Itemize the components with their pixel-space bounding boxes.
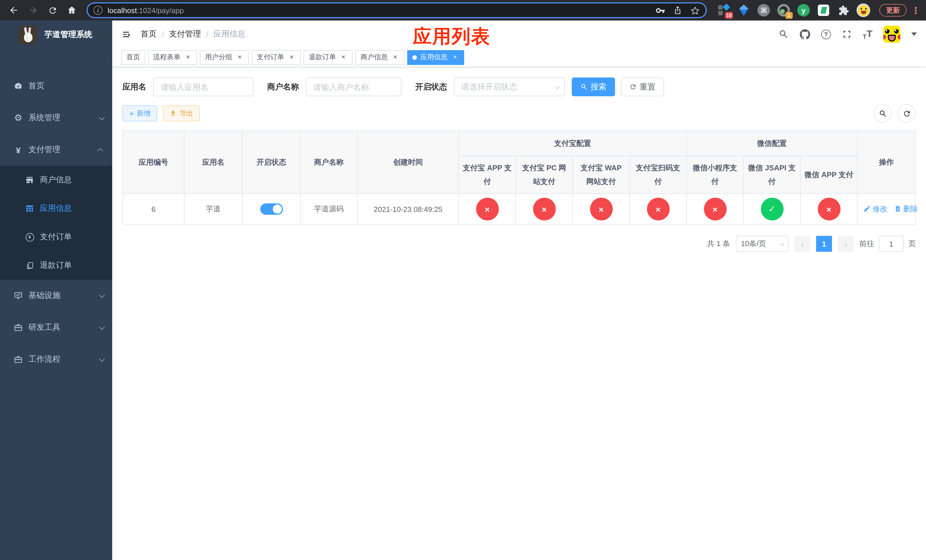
col-group-wechat: 微信配置 — [687, 131, 857, 156]
close-icon[interactable]: × — [184, 53, 192, 61]
app-logo[interactable]: 芋道管理系统 — [0, 21, 112, 49]
table-toolbar: + 新增 导出 — [123, 104, 916, 123]
sidebar-item-payment[interactable]: ¥ 支付管理 — [0, 134, 112, 166]
yen-circle-icon: ¥ — [25, 232, 34, 242]
col-merchant: 商户名称 — [300, 131, 357, 194]
app-name-label: 应用名 — [123, 82, 146, 92]
app-title: 芋道管理系统 — [44, 30, 92, 40]
tab-refund-orders[interactable]: 退款订单× — [304, 50, 353, 65]
status-select[interactable]: 请选择开启状态 — [454, 77, 565, 96]
trash-icon — [894, 205, 902, 213]
sidebar-item-system[interactable]: ⚙ 系统管理 — [0, 102, 112, 134]
cell-app-id: 6 — [123, 194, 184, 225]
breadcrumb-home[interactable]: 首页 — [141, 29, 157, 39]
close-icon[interactable]: × — [339, 53, 347, 61]
close-icon[interactable]: × — [236, 53, 244, 61]
userscript-extension-icon[interactable]: 10 — [717, 3, 731, 17]
bookmark-star-icon[interactable] — [690, 5, 700, 15]
avatar-caret-icon[interactable] — [911, 32, 917, 36]
user-avatar[interactable] — [883, 26, 900, 43]
add-button[interactable]: + 新增 — [123, 105, 157, 121]
sidebar-item-dev-tools[interactable]: 研发工具 — [0, 312, 112, 344]
total-count: 共 1 条 — [707, 239, 730, 249]
col-wechat-mini: 微信小程序支付 — [687, 156, 743, 194]
plus-icon: + — [129, 109, 134, 117]
monitor-icon — [14, 291, 23, 300]
col-wechat-app: 微信 APP 支付 — [800, 156, 857, 194]
sidebar-item-home[interactable]: 首页 — [0, 70, 112, 102]
tab-app-info[interactable]: 应用信息× — [407, 50, 464, 65]
col-app-name: 应用名 — [184, 131, 242, 194]
browser-menu-icon[interactable]: ⋮ — [911, 5, 920, 16]
logo-rabbit-image — [19, 26, 37, 44]
password-key-icon[interactable] — [655, 5, 665, 15]
reset-button[interactable]: 重置 — [621, 77, 664, 96]
chevron-down-icon — [99, 356, 105, 362]
sidebar-item-app-info[interactable]: 应用信息 — [0, 194, 112, 223]
document-copy-icon — [25, 261, 34, 270]
profile-avatar-icon[interactable] — [856, 3, 870, 17]
reload-icon[interactable] — [44, 2, 61, 18]
fullscreen-icon[interactable] — [842, 29, 852, 39]
sidebar-item-infrastructure[interactable]: 基础设施 — [0, 280, 112, 312]
recorder-extension-icon[interactable]: 1 — [777, 3, 790, 17]
search-button[interactable]: 搜索 — [572, 77, 615, 96]
forward-icon[interactable] — [25, 2, 41, 18]
sidebar-item-merchant-info[interactable]: 商户信息 — [0, 166, 112, 194]
gem-extension-icon[interactable] — [737, 3, 750, 17]
share-icon[interactable] — [673, 6, 682, 15]
tab-pay-orders[interactable]: 支付订单× — [252, 50, 301, 65]
refresh-button[interactable] — [897, 104, 916, 123]
table-row: 6 芋道 芋道源码 2021-10-23 08:49:25 × × × × × … — [123, 194, 915, 225]
back-icon[interactable] — [6, 2, 22, 18]
page-size-select[interactable]: 10条/页 — [736, 236, 789, 252]
hide-search-button[interactable] — [874, 104, 892, 123]
delete-link[interactable]: 删除 — [894, 204, 918, 214]
sidebar-item-refund-orders[interactable]: 退款订单 — [0, 251, 112, 280]
page-annotation-title: 应用列表 — [413, 24, 490, 50]
help-icon[interactable]: ? — [821, 29, 831, 39]
site-info-icon[interactable]: i — [94, 6, 103, 15]
app-name-input[interactable] — [153, 77, 253, 96]
tab-process-form[interactable]: 流程表单× — [148, 50, 197, 65]
breadcrumb-payment[interactable]: 支付管理 — [169, 29, 201, 39]
close-icon[interactable]: × — [451, 53, 459, 61]
tab-merchant-info[interactable]: 商户信息× — [356, 50, 404, 65]
edit-link[interactable]: 修改 — [863, 204, 887, 214]
export-button[interactable]: 导出 — [163, 105, 200, 121]
page-header: 首页 / 支付管理 / 应用信息 ? TT — [112, 21, 926, 48]
goto-page-input[interactable] — [879, 236, 904, 252]
tab-home[interactable]: 首页 — [121, 50, 145, 65]
header-search-icon[interactable] — [779, 29, 789, 39]
command-extension-icon[interactable]: ⌘ — [757, 3, 770, 17]
font-size-icon[interactable]: TT — [863, 29, 873, 40]
chevron-down-icon — [99, 324, 105, 330]
browser-update-button[interactable]: 更新 — [879, 4, 906, 17]
row-enabled-switch[interactable] — [260, 203, 283, 215]
cell-created-at: 2021-10-23 08:49:25 — [357, 194, 459, 225]
chevron-down-icon — [99, 114, 105, 120]
tab-user-group[interactable]: 用户分组× — [200, 50, 249, 65]
grid-table-icon — [25, 204, 34, 213]
sidebar-item-workflow[interactable]: 工作流程 — [0, 344, 112, 375]
home-icon[interactable] — [64, 2, 80, 18]
yuque-extension-icon[interactable]: y — [797, 3, 810, 17]
extension-badge: 1 — [785, 12, 793, 19]
address-bar[interactable]: i localhost:1024/pay/app — [86, 2, 707, 18]
close-icon[interactable]: × — [391, 53, 399, 61]
browser-toolbar: i localhost:1024/pay/app 10 ⌘ 1 y — [0, 0, 926, 21]
notes-extension-icon[interactable] — [817, 3, 830, 17]
prev-page-button[interactable]: ‹ — [794, 236, 810, 252]
page-1-button[interactable]: 1 — [816, 236, 832, 252]
status-alipay-wap-icon: × — [590, 198, 613, 221]
extensions-puzzle-icon[interactable] — [837, 3, 850, 17]
sidebar-item-pay-orders[interactable]: ¥ 支付订单 — [0, 223, 112, 251]
close-icon[interactable]: × — [287, 53, 295, 61]
merchant-name-input[interactable] — [306, 77, 401, 96]
next-page-button[interactable]: › — [838, 236, 854, 252]
github-icon[interactable] — [800, 29, 810, 39]
store-icon — [25, 176, 34, 185]
gear-icon: ⚙ — [14, 114, 23, 123]
sidebar-collapse-icon[interactable] — [121, 29, 132, 39]
pagination: 共 1 条 10条/页 ‹ 1 › 前往 页 — [123, 236, 916, 252]
